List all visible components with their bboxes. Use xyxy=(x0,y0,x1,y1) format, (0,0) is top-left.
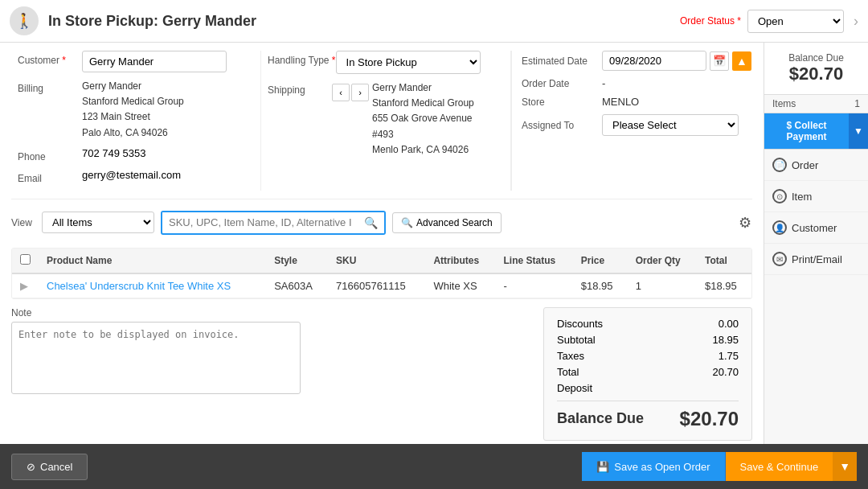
total-cell: $18.95 xyxy=(697,273,751,298)
note-textarea[interactable] xyxy=(11,322,301,394)
email-value: gerry@testemail.com xyxy=(82,169,254,181)
sidebar-item-print-email[interactable]: ✉ Print/Email xyxy=(764,244,868,275)
attributes-cell: White XS xyxy=(425,273,495,298)
note-label: Note xyxy=(11,307,301,318)
shipping-label: Shipping xyxy=(268,80,332,96)
item-icon: ⊙ xyxy=(772,189,787,203)
shipping-row: Shipping ‹ › Gerry Mander Stanford Medic… xyxy=(268,80,504,158)
balance-due-label: Balance Due xyxy=(557,410,644,427)
billing-address1: 123 Main Street xyxy=(82,109,254,125)
save-continue-button[interactable]: Save & Continue xyxy=(726,452,833,481)
shipping-nav-arrows: ‹ › xyxy=(332,80,369,101)
sidebar-toggle-icon[interactable]: › xyxy=(854,13,858,30)
save-continue-dropdown[interactable]: ▼ xyxy=(833,452,857,481)
order-date-row: Order Date - xyxy=(522,77,752,89)
handling-label: Handling Type * xyxy=(268,51,336,66)
item-nav-label: Item xyxy=(792,191,812,203)
date-up-button[interactable]: ▲ xyxy=(732,51,751,71)
balance-due-amount: $20.70 xyxy=(680,408,739,430)
select-all-checkbox[interactable] xyxy=(20,254,31,265)
billing-name: Gerry Mander xyxy=(82,79,254,94)
store-label: Store xyxy=(522,97,602,108)
row-expander[interactable]: ▶ xyxy=(12,273,39,298)
email-row: Email gerry@testemail.com xyxy=(18,169,254,184)
order-details-section: Estimated Date 📅 ▲ Order Date - Store ME… xyxy=(511,51,752,191)
balance-due-row: Balance Due $20.70 xyxy=(557,401,739,430)
price-header: Price xyxy=(573,249,628,273)
print-email-icon: ✉ xyxy=(772,252,787,266)
save-open-label: Save as Open Order xyxy=(614,461,710,473)
taxes-value: 1.75 xyxy=(719,350,739,362)
checkbox-col-header xyxy=(12,249,39,273)
cancel-label: Cancel xyxy=(40,461,72,473)
billing-label: Billing xyxy=(18,79,82,94)
price-cell: $18.95 xyxy=(573,273,628,298)
advanced-search-icon: 🔍 xyxy=(401,217,413,228)
total-label: Total xyxy=(557,366,579,378)
handling-select-wrap: In Store Pickup Ship Delivery xyxy=(336,51,504,74)
calendar-icon[interactable]: 📅 xyxy=(710,51,729,71)
advanced-search-button[interactable]: 🔍 Advanced Search xyxy=(392,212,502,233)
deposit-row: Deposit xyxy=(557,382,739,394)
footer: ⊘ Cancel 💾 Save as Open Order Save & Con… xyxy=(0,444,868,489)
products-table-wrap: Product Name Style SKU Attributes Line S… xyxy=(11,248,752,299)
search-icon[interactable]: 🔍 xyxy=(358,212,384,233)
order-qty-header: Order Qty xyxy=(628,249,697,273)
view-label: View xyxy=(11,217,35,228)
collect-payment-dropdown[interactable]: ▼ xyxy=(849,113,868,149)
product-link[interactable]: Chelsea' Underscrub Knit Tee White XS xyxy=(47,280,231,292)
taxes-row: Taxes 1.75 xyxy=(557,350,739,362)
sidebar-items-count: Items 1 xyxy=(764,95,868,113)
shipping-address1: 655 Oak Grove Avenue xyxy=(372,111,474,126)
billing-company: Stanford Medical Group xyxy=(82,94,254,109)
estimated-date-row: Estimated Date 📅 ▲ xyxy=(522,51,752,71)
customer-label: Customer * xyxy=(18,51,82,66)
shipping-prev-arrow[interactable]: ‹ xyxy=(332,84,350,101)
customer-row: Customer * xyxy=(18,51,254,72)
sku-search-input[interactable] xyxy=(162,212,358,232)
shipping-address2: #493 xyxy=(372,127,474,142)
collect-payment-button[interactable]: $ Collect Payment xyxy=(764,113,849,149)
phone-value: 702 749 5353 xyxy=(82,147,254,159)
search-bar: View All Items Active Inactive 🔍 🔍 Advan… xyxy=(11,206,752,240)
estimated-date-input[interactable] xyxy=(602,51,706,71)
store-row: Store MENLO xyxy=(522,96,752,108)
order-status-select[interactable]: Open Closed Pending Cancelled xyxy=(747,10,844,33)
discounts-label: Discounts xyxy=(557,318,603,330)
style-cell: SA603A xyxy=(266,273,328,298)
sku-header: SKU xyxy=(328,249,425,273)
assigned-to-select[interactable]: Please Select John Doe Jane Smith xyxy=(602,114,739,136)
shipping-section: ‹ › Gerry Mander Stanford Medical Group … xyxy=(332,80,474,158)
discounts-value: 0.00 xyxy=(719,318,739,330)
top-form: Customer * Billing Gerry Mander Stanford… xyxy=(11,51,752,199)
print-email-nav-label: Print/Email xyxy=(792,253,842,265)
sidebar-balance-amount: $20.70 xyxy=(772,64,860,84)
total-value: 20.70 xyxy=(712,366,739,378)
table-row: ▶ Chelsea' Underscrub Knit Tee White XS … xyxy=(12,273,751,298)
save-open-order-button[interactable]: 💾 Save as Open Order xyxy=(582,452,725,481)
customer-input-wrap xyxy=(82,51,254,72)
sku-cell: 716605761115 xyxy=(328,273,425,298)
handling-select[interactable]: In Store Pickup Ship Delivery xyxy=(336,51,481,74)
billing-city: Palo Alto, CA 94026 xyxy=(82,125,254,141)
sidebar: Balance Due $20.70 Items 1 $ Collect Pay… xyxy=(764,43,868,444)
assigned-to-value: Please Select John Doe Jane Smith xyxy=(602,114,752,136)
subtotal-value: 18.95 xyxy=(712,334,739,346)
product-name-cell: Chelsea' Underscrub Knit Tee White XS xyxy=(39,273,266,298)
cancel-button[interactable]: ⊘ Cancel xyxy=(11,454,88,480)
sidebar-item-item[interactable]: ⊙ Item xyxy=(764,181,868,212)
order-status-label: Order Status * xyxy=(680,15,741,27)
sidebar-item-customer[interactable]: 👤 Customer xyxy=(764,212,868,244)
customer-input[interactable] xyxy=(82,51,227,72)
order-status-section: Order Status * Open Closed Pending Cance… xyxy=(680,10,844,33)
store-value: MENLO xyxy=(602,96,752,108)
bottom-section: Note Discounts 0.00 Subtotal 18.95 Taxes… xyxy=(11,307,752,441)
products-table: Product Name Style SKU Attributes Line S… xyxy=(12,249,751,298)
view-select[interactable]: All Items Active Inactive xyxy=(42,212,154,233)
settings-button[interactable]: ⚙ xyxy=(738,213,752,232)
shipping-address: Gerry Mander Stanford Medical Group 655 … xyxy=(372,80,474,158)
sidebar-item-order[interactable]: 📄 Order xyxy=(764,150,868,181)
shipping-next-arrow[interactable]: › xyxy=(351,84,369,101)
summary-box: Discounts 0.00 Subtotal 18.95 Taxes 1.75… xyxy=(543,307,752,441)
form-area: Customer * Billing Gerry Mander Stanford… xyxy=(0,43,764,444)
